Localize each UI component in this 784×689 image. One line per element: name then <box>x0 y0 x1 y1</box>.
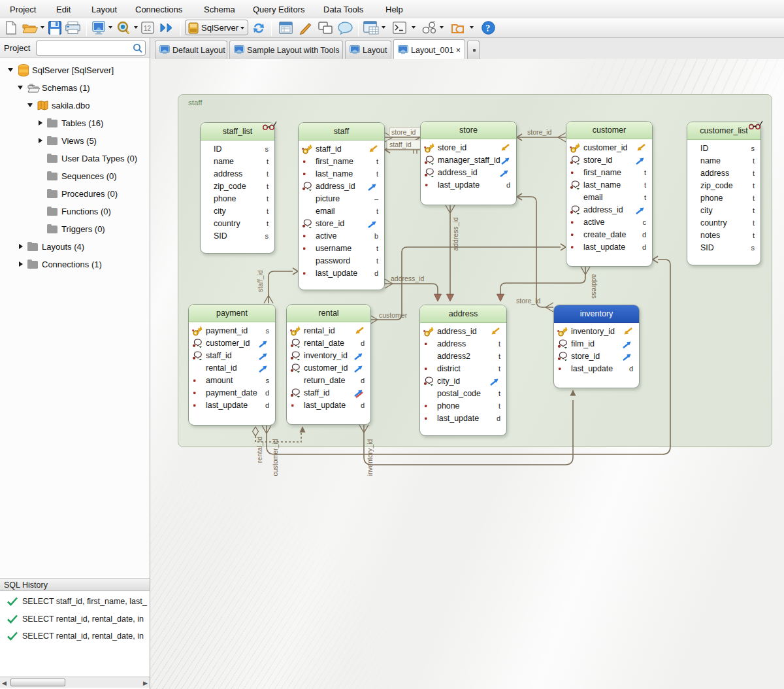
svg-text:store_id: store_id <box>527 128 552 136</box>
svg-text:customer_id: customer_id <box>271 439 279 476</box>
svg-text:address: address <box>591 274 598 298</box>
svg-text:inventory_id: inventory_id <box>366 439 374 477</box>
svg-text:store_id: store_id <box>391 128 416 136</box>
svg-text:address_id: address_id <box>391 275 425 282</box>
svg-text:address_id: address_id <box>451 217 459 251</box>
svg-text:rental_id: rental_id <box>255 437 263 463</box>
svg-text:staff_id: staff_id <box>256 270 264 292</box>
svg-text:staff_id: staff_id <box>389 141 412 148</box>
svg-text:customer: customer <box>379 311 408 319</box>
svg-text:store_id: store_id <box>516 297 541 305</box>
